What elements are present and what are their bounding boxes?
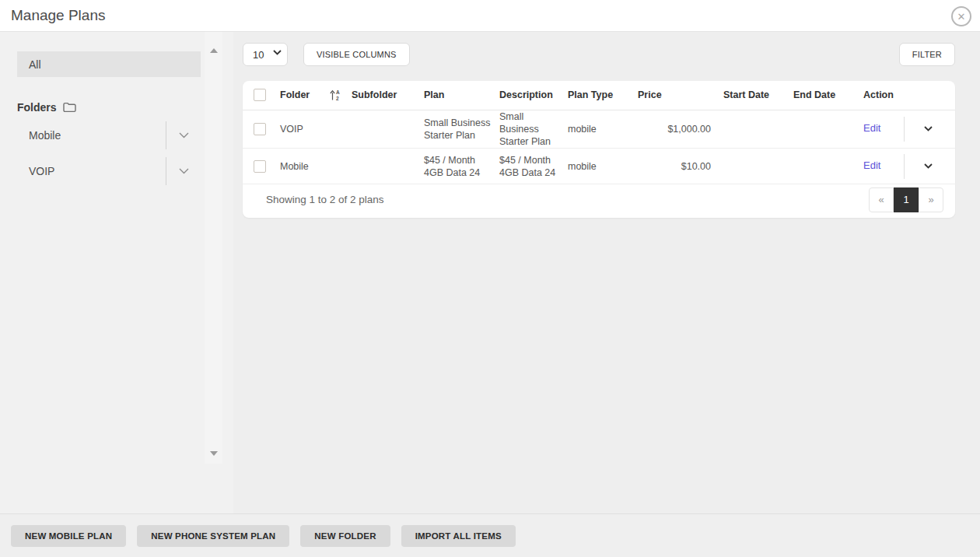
row-checkbox[interactable] <box>254 123 266 135</box>
cell-description: Small Business Starter Plan <box>499 110 568 149</box>
edit-link[interactable]: Edit <box>863 122 880 134</box>
row-actions-dropdown[interactable] <box>904 117 952 142</box>
dialog-header: Manage Plans ✕ <box>0 0 980 32</box>
edit-link[interactable]: Edit <box>863 159 880 171</box>
dialog-footer: NEW MOBILE PLAN NEW PHONE SYSTEM PLAN NE… <box>0 513 980 557</box>
sidebar-item-mobile[interactable]: Mobile <box>17 121 201 149</box>
cell-plan: Small Business Starter Plan <box>424 110 499 149</box>
new-phone-system-plan-button[interactable]: NEW PHONE SYSTEM PLAN <box>137 525 289 547</box>
results-summary: Showing 1 to 2 of 2 plans <box>266 194 384 205</box>
dialog-body: All Folders Mobile VOIP <box>0 32 980 513</box>
table-row: Mobile $45 / Month 4GB Data 24 $45 / Mon… <box>243 149 955 184</box>
folders-label: Folders <box>17 101 57 114</box>
cell-folder: VOIP <box>280 110 352 149</box>
sort-icon[interactable]: A 2 <box>330 89 341 101</box>
filter-button[interactable]: FILTER <box>899 43 955 66</box>
sidebar-item-all[interactable]: All <box>17 51 201 77</box>
pagination-page-1-button[interactable]: 1 <box>894 187 919 212</box>
table-row: VOIP Small Business Starter Plan Small B… <box>243 110 955 149</box>
scroll-down-icon[interactable] <box>210 451 218 456</box>
pagination: « 1 » <box>869 187 943 212</box>
col-header-plan[interactable]: Plan <box>424 81 499 110</box>
close-icon[interactable]: ✕ <box>951 6 971 26</box>
sidebar-item-label: VOIP <box>17 157 166 185</box>
pagination-prev-button[interactable]: « <box>869 187 894 212</box>
table-footer: Showing 1 to 2 of 2 plans « 1 » <box>243 184 955 218</box>
plans-table-card: Folder A 2 <box>243 81 955 218</box>
folder-icon <box>63 102 76 113</box>
visible-columns-button[interactable]: VISIBLE COLUMNS <box>303 43 410 66</box>
col-header-price[interactable]: Price <box>638 81 723 110</box>
svg-text:A: A <box>336 89 340 95</box>
col-header-subfolder[interactable]: Subfolder <box>352 81 424 110</box>
cell-end-date <box>793 149 863 184</box>
col-header-plan-type[interactable]: Plan Type <box>568 81 638 110</box>
sidebar-scrollbar[interactable] <box>205 32 222 464</box>
cell-plan-type: mobile <box>568 110 638 149</box>
cell-plan: $45 / Month 4GB Data 24 <box>424 149 499 184</box>
folders-heading: Folders <box>17 101 233 114</box>
col-header-description[interactable]: Description <box>499 81 568 110</box>
select-all-checkbox[interactable] <box>254 89 266 101</box>
chevron-down-icon[interactable] <box>166 157 201 185</box>
col-header-folder[interactable]: Folder <box>280 89 310 100</box>
col-header-end-date[interactable]: End Date <box>793 81 863 110</box>
page-size-select-wrap: 10 <box>243 43 288 66</box>
chevron-down-icon[interactable] <box>166 121 201 149</box>
import-all-items-button[interactable]: IMPORT ALL ITEMS <box>401 525 516 547</box>
cell-subfolder <box>352 149 424 184</box>
cell-subfolder <box>352 110 424 149</box>
sidebar-item-voip[interactable]: VOIP <box>17 157 201 185</box>
scroll-up-icon[interactable] <box>210 48 218 53</box>
plans-table: Folder A 2 <box>243 81 955 184</box>
new-mobile-plan-button[interactable]: NEW MOBILE PLAN <box>11 525 126 547</box>
cell-plan-type: mobile <box>568 149 638 184</box>
page-title: Manage Plans <box>11 7 105 24</box>
table-toolbar: 10 VISIBLE COLUMNS FILTER <box>243 43 955 66</box>
new-folder-button[interactable]: NEW FOLDER <box>300 525 390 547</box>
page-size-select[interactable]: 10 <box>243 43 288 66</box>
cell-start-date <box>723 149 793 184</box>
sidebar-item-label: Mobile <box>17 121 166 149</box>
cell-price: $10.00 <box>638 149 723 184</box>
cell-start-date <box>723 110 793 149</box>
svg-text:2: 2 <box>336 96 339 101</box>
table-header-row: Folder A 2 <box>243 81 955 110</box>
row-actions-dropdown[interactable] <box>904 154 952 179</box>
pagination-next-button[interactable]: » <box>919 187 943 212</box>
cell-description: $45 / Month 4GB Data 24 <box>499 149 568 184</box>
cell-price: $1,000.00 <box>638 110 723 149</box>
cell-folder: Mobile <box>280 149 352 184</box>
main-panel: 10 VISIBLE COLUMNS FILTER <box>233 32 980 513</box>
col-header-start-date[interactable]: Start Date <box>723 81 793 110</box>
row-checkbox[interactable] <box>254 160 266 173</box>
folders-sidebar: All Folders Mobile VOIP <box>0 32 233 513</box>
sidebar-all-label: All <box>29 58 41 71</box>
col-header-action: Action <box>863 81 902 110</box>
cell-end-date <box>793 110 863 149</box>
